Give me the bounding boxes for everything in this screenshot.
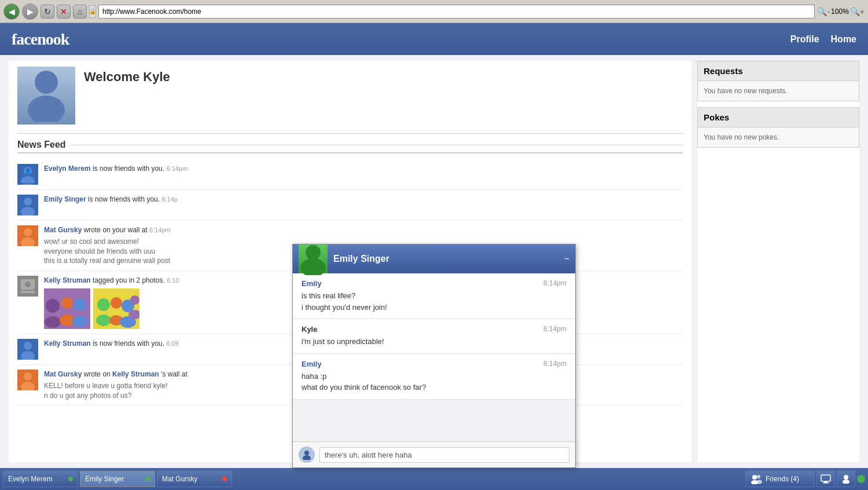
svg-point-23 xyxy=(72,316,87,327)
photo-thumb-1[interactable] xyxy=(44,288,90,329)
chat-typing-icon xyxy=(299,447,315,463)
back-button[interactable]: ◀ xyxy=(3,3,20,20)
feed-avatar-1: 👤 xyxy=(17,164,38,185)
svg-text:👤: 👤 xyxy=(24,167,32,175)
status-dot-mat xyxy=(222,477,227,481)
site-logo[interactable]: facenook xyxy=(12,30,69,49)
chat-messages: Emily 6:14pm is this real lifee?i though… xyxy=(293,273,575,441)
svg-point-11 xyxy=(24,228,32,236)
friends-tab-label: Friends (4) xyxy=(766,475,799,483)
svg-point-1 xyxy=(28,96,65,122)
zoom-level: 100% xyxy=(831,8,849,16)
chat-tab-label-mat: Mat Gursky xyxy=(162,475,197,483)
chat-tab-evelyn[interactable]: Evelyn Merem xyxy=(3,471,78,487)
svg-point-19 xyxy=(45,316,61,328)
feed-avatar-5 xyxy=(17,339,38,360)
zoom-area: 🔍- 100% 🔍+ xyxy=(817,7,865,16)
chat-tab-emily[interactable]: Emily Singer xyxy=(80,471,155,487)
feed-item: Emily Singer is now friends with you. 6:… xyxy=(17,190,683,221)
site-header: facenook Profile Home xyxy=(0,23,868,55)
svg-point-42 xyxy=(303,455,311,460)
svg-point-22 xyxy=(73,298,86,311)
chat-tab-label-evelyn: Evelyn Merem xyxy=(8,475,53,483)
requests-title: Requests xyxy=(698,61,859,81)
chat-message-3: Emily 6:14pm haha :pwhat do you think of… xyxy=(293,354,575,400)
svg-rect-47 xyxy=(821,475,830,481)
msg-sender-3: Emily xyxy=(301,360,322,368)
profile-nav-link[interactable]: Profile xyxy=(790,34,819,45)
svg-point-41 xyxy=(304,451,309,455)
svg-point-43 xyxy=(752,475,757,480)
sidebar: Requests You have no new requests. Pokes… xyxy=(697,61,859,462)
feed-avatar-4 xyxy=(17,276,38,297)
online-status-dot xyxy=(857,475,865,483)
svg-point-15 xyxy=(25,281,31,287)
feed-avatar-6 xyxy=(17,370,38,390)
svg-point-27 xyxy=(111,297,122,309)
chat-input[interactable]: there's uh, alott here haha xyxy=(319,447,569,463)
svg-point-50 xyxy=(844,475,848,480)
chat-name: Emily Singer xyxy=(333,254,558,264)
svg-point-40 xyxy=(300,258,326,275)
friends-icon xyxy=(751,474,762,484)
home-button[interactable]: ⌂ xyxy=(73,5,87,19)
welcome-section: Welcome Kyle xyxy=(17,67,683,134)
welcome-title: Welcome Kyle xyxy=(84,70,170,85)
msg-time-3: 6:14pm xyxy=(543,360,567,368)
feed-avatar-3 xyxy=(17,225,38,246)
pokes-title: Pokes xyxy=(698,108,859,127)
svg-point-45 xyxy=(757,475,760,478)
address-bar[interactable] xyxy=(98,5,815,19)
svg-rect-48 xyxy=(824,481,827,482)
chat-minimize-button[interactable]: − xyxy=(564,254,569,264)
user-avatar xyxy=(17,67,75,125)
bottom-icons xyxy=(816,471,865,487)
chat-avatar xyxy=(299,244,328,273)
svg-point-0 xyxy=(35,71,58,94)
feed-item: 👤 Evelyn Merem is now friends with you. … xyxy=(17,159,683,190)
bottom-bar: Evelyn Merem Emily Singer Mat Gursky Fri… xyxy=(0,468,868,490)
forward-button[interactable]: ▶ xyxy=(22,3,38,20)
svg-point-18 xyxy=(46,299,60,313)
svg-point-51 xyxy=(843,480,849,484)
msg-time-1: 6:14pm xyxy=(543,279,567,288)
svg-point-37 xyxy=(24,372,32,381)
feed-avatar-2 xyxy=(17,195,38,215)
msg-text-1: is this real lifee?i thought you'd never… xyxy=(301,290,567,313)
chat-input-area: there's uh, alott here haha xyxy=(293,441,575,467)
friends-tab[interactable]: Friends (4) xyxy=(745,471,815,487)
msg-text-2: i'm just so unpredictable! xyxy=(301,336,567,348)
zoom-out-button[interactable]: 🔍- xyxy=(817,7,830,16)
avatar-svg xyxy=(23,70,69,122)
msg-sender-2: Kyle xyxy=(301,325,317,334)
svg-point-20 xyxy=(61,297,73,309)
svg-point-39 xyxy=(306,245,321,260)
svg-point-46 xyxy=(756,480,762,484)
pokes-box: Pokes You have no new pokes. xyxy=(697,107,859,148)
status-dot-emily xyxy=(145,477,150,481)
pokes-content: You have no new pokes. xyxy=(698,127,859,147)
chat-header: Emily Singer − xyxy=(293,244,575,273)
monitor-icon-btn[interactable] xyxy=(816,471,835,487)
svg-rect-49 xyxy=(823,482,829,484)
chat-message-2: Kyle 6:14pm i'm just so unpredictable! xyxy=(293,319,575,354)
user-icon-btn[interactable] xyxy=(837,471,855,487)
site-nav: Profile Home xyxy=(790,34,856,45)
chat-tab-mat[interactable]: Mat Gursky xyxy=(157,471,232,487)
stop-button[interactable]: ✕ xyxy=(57,5,71,19)
photo-thumb-2[interactable] xyxy=(93,288,139,329)
svg-point-34 xyxy=(24,342,32,350)
chat-message-1: Emily 6:14pm is this real lifee?i though… xyxy=(293,273,575,319)
svg-point-31 xyxy=(130,295,139,305)
msg-sender-1: Emily xyxy=(301,279,322,288)
chat-tab-label-emily: Emily Singer xyxy=(85,475,124,483)
home-nav-link[interactable]: Home xyxy=(831,34,856,45)
zoom-in-button[interactable]: 🔍+ xyxy=(850,7,865,16)
refresh-button[interactable]: ↻ xyxy=(41,5,54,19)
status-dot-evelyn xyxy=(68,477,73,481)
browser-chrome: ◀ ▶ ↻ ✕ ⌂ 🔒 🔍- 100% 🔍+ xyxy=(0,0,868,23)
requests-box: Requests You have no new requests. xyxy=(697,61,859,101)
svg-point-8 xyxy=(24,198,32,206)
svg-rect-16 xyxy=(21,291,35,293)
requests-content: You have no new requests. xyxy=(698,81,859,101)
